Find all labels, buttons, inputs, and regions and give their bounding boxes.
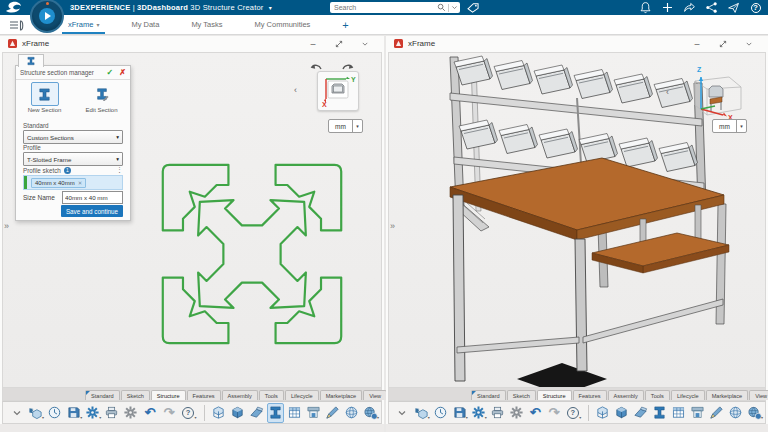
save-icon[interactable]: ▾ bbox=[65, 403, 82, 423]
frame-structure-icon[interactable] bbox=[209, 403, 226, 423]
material-sphere-icon[interactable] bbox=[727, 403, 744, 423]
bom-table-icon[interactable] bbox=[670, 403, 687, 423]
workbench-tab-lifecycle[interactable]: Lifecycle bbox=[285, 390, 319, 400]
frame-structure-icon[interactable] bbox=[594, 403, 611, 423]
export-3d-icon[interactable]: ▾ bbox=[27, 403, 44, 423]
save-and-continue-button[interactable]: Save and continue bbox=[61, 205, 123, 217]
engraving-tool-icon[interactable] bbox=[324, 403, 341, 423]
tab-xframe[interactable]: xFrame▾ bbox=[66, 16, 101, 33]
workbench-tab-standard[interactable]: Standard bbox=[85, 390, 120, 400]
search-scope-caret-icon[interactable] bbox=[451, 4, 458, 11]
panel-menu-chevron-icon[interactable] bbox=[360, 39, 370, 49]
help-circle-icon[interactable]: ? bbox=[749, 1, 762, 14]
workbench-tab-assembly[interactable]: Assembly bbox=[608, 390, 644, 400]
view-cube[interactable]: Y X bbox=[317, 71, 359, 111]
sketch-viewport[interactable]: » ‹ bbox=[2, 52, 382, 388]
view-cube[interactable]: Z X bbox=[677, 63, 747, 121]
print-3d-icon[interactable] bbox=[689, 403, 706, 423]
workbench-tab-view[interactable]: View bbox=[363, 390, 387, 400]
search-icon[interactable] bbox=[437, 3, 446, 12]
workbench-tab-features[interactable]: Features bbox=[573, 390, 607, 400]
add-plus-icon[interactable] bbox=[661, 1, 674, 14]
undo-icon[interactable]: ↶ bbox=[527, 403, 544, 423]
minimize-icon[interactable]: – bbox=[308, 39, 318, 49]
history-clock-icon[interactable] bbox=[46, 403, 63, 423]
workbench-tab-marketplace[interactable]: Marketplace bbox=[320, 390, 362, 400]
expand-icon[interactable] bbox=[334, 39, 344, 49]
tab-my-communities[interactable]: My Communities bbox=[253, 16, 313, 33]
network-share-icon[interactable] bbox=[705, 1, 718, 14]
export-3d-icon[interactable]: ▾ bbox=[413, 403, 430, 423]
workbench-tab-tools[interactable]: Tools bbox=[259, 390, 284, 400]
left-edge-expand-icon[interactable]: » bbox=[4, 221, 9, 231]
options-gear-icon[interactable] bbox=[122, 403, 139, 423]
search-bar[interactable] bbox=[330, 2, 460, 13]
settings-gear-icon[interactable]: ▾ bbox=[470, 403, 487, 423]
help-icon[interactable]: ?▾ bbox=[564, 403, 581, 423]
print-icon[interactable] bbox=[103, 403, 120, 423]
structure-section-icon[interactable] bbox=[651, 403, 668, 423]
save-icon[interactable]: ▾ bbox=[451, 403, 468, 423]
print-3d-icon[interactable] bbox=[305, 403, 322, 423]
panel-menu-chevron-icon[interactable] bbox=[744, 39, 754, 49]
new-section-button[interactable]: New Section bbox=[22, 81, 68, 119]
kebab-menu-icon[interactable]: ⋮ bbox=[116, 166, 123, 174]
collapse-toolbar-icon[interactable] bbox=[394, 403, 411, 423]
sketch-selection-chip[interactable]: 40mm x 40mm✕ bbox=[31, 178, 86, 188]
notifications-bell-icon[interactable] bbox=[639, 1, 652, 14]
collapse-toolbar-icon[interactable] bbox=[8, 403, 25, 423]
undo-icon[interactable]: ↶ bbox=[141, 403, 158, 423]
panel-sheet-icon[interactable] bbox=[248, 403, 265, 423]
minimize-icon[interactable]: – bbox=[692, 39, 702, 49]
settings-gear-icon[interactable]: ▾ bbox=[84, 403, 101, 423]
search-input[interactable] bbox=[330, 4, 435, 11]
left-edge-expand-icon[interactable]: » bbox=[390, 221, 395, 231]
chip-remove-icon[interactable]: ✕ bbox=[78, 180, 83, 186]
material-sphere-icon[interactable] bbox=[343, 403, 360, 423]
bom-table-icon[interactable] bbox=[286, 403, 303, 423]
profile-sketch-field[interactable]: 40mm x 40mm✕ bbox=[23, 175, 123, 190]
3dcompass-button[interactable] bbox=[30, 0, 64, 33]
unit-dropdown[interactable]: mm▾ bbox=[712, 119, 747, 133]
structure-section-icon[interactable] bbox=[267, 403, 284, 423]
redo-icon[interactable]: ↷ bbox=[161, 403, 178, 423]
web-settings-icon[interactable]: ▾ bbox=[746, 403, 763, 423]
tab-my-tasks[interactable]: My Tasks bbox=[189, 16, 224, 33]
workbench-tab-standard[interactable]: Standard bbox=[471, 390, 506, 400]
expand-icon[interactable] bbox=[718, 39, 728, 49]
brand-app-context[interactable]: 3D Structure Creator bbox=[190, 3, 263, 12]
engraving-tool-icon[interactable] bbox=[708, 403, 725, 423]
share-forward-icon[interactable] bbox=[683, 1, 696, 14]
tab-my-data[interactable]: My Data bbox=[129, 16, 161, 33]
brand-caret-icon[interactable]: ▾ bbox=[269, 5, 272, 11]
options-gear-icon[interactable] bbox=[508, 403, 525, 423]
size-name-input[interactable] bbox=[62, 191, 123, 204]
workbench-tab-structure[interactable]: Structure bbox=[151, 390, 186, 400]
cancel-x-icon[interactable]: ✗ bbox=[119, 68, 126, 77]
workbench-tab-sketch[interactable]: Sketch bbox=[507, 390, 536, 400]
compass-collapse-icon[interactable]: ‹ bbox=[294, 85, 297, 95]
panel-sheet-icon[interactable] bbox=[632, 403, 649, 423]
model-3d-viewport[interactable]: » bbox=[388, 52, 766, 388]
history-clock-icon[interactable] bbox=[432, 403, 449, 423]
solid-cube-icon[interactable] bbox=[229, 403, 246, 423]
standard-select[interactable]: Custom Sections▾ bbox=[23, 130, 123, 144]
workbench-tab-marketplace[interactable]: Marketplace bbox=[706, 390, 748, 400]
dashboard-menu-icon[interactable] bbox=[9, 20, 25, 31]
print-icon[interactable] bbox=[489, 403, 506, 423]
web-settings-icon[interactable]: ▾ bbox=[362, 403, 379, 423]
workbench-tab-lifecycle[interactable]: Lifecycle bbox=[671, 390, 705, 400]
workbench-tab-sketch[interactable]: Sketch bbox=[121, 390, 150, 400]
profile-select[interactable]: T-Slotted Frame▾ bbox=[23, 152, 123, 166]
confirm-check-icon[interactable]: ✓ bbox=[107, 68, 114, 77]
add-tab-button[interactable]: + bbox=[340, 15, 350, 35]
swym-plane-icon[interactable] bbox=[727, 1, 740, 14]
tag-icon[interactable] bbox=[466, 2, 480, 13]
workbench-tab-structure[interactable]: Structure bbox=[537, 390, 572, 400]
compass-collapse-icon[interactable]: ‹ bbox=[666, 87, 669, 97]
solid-cube-icon[interactable] bbox=[613, 403, 630, 423]
help-icon[interactable]: ?▾ bbox=[180, 403, 197, 423]
unit-dropdown[interactable]: mm▾ bbox=[328, 119, 363, 133]
edit-section-button[interactable]: Edit Section bbox=[79, 81, 125, 119]
workbench-tab-assembly[interactable]: Assembly bbox=[222, 390, 258, 400]
